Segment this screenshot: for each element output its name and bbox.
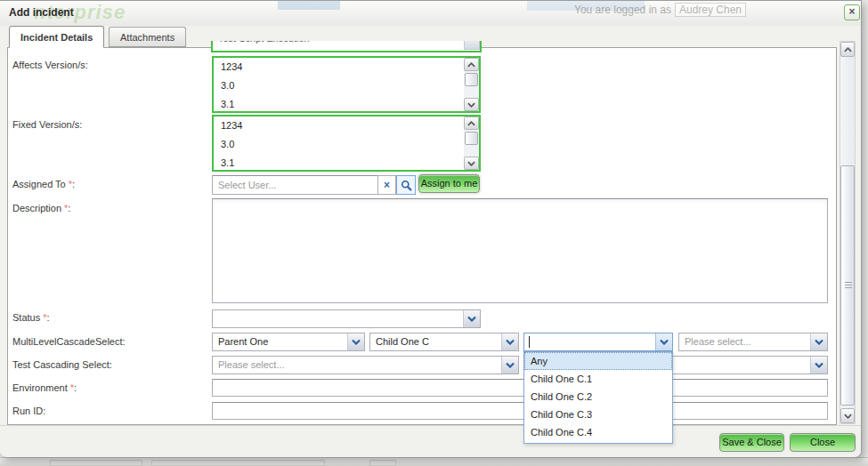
chevron-down-icon[interactable] — [347, 333, 364, 350]
status-select[interactable] — [212, 309, 481, 328]
chevron-down-icon[interactable] — [655, 333, 672, 350]
dialog-close-button[interactable]: × — [844, 4, 860, 20]
affects-version-label: Affects Version/s: — [12, 60, 88, 70]
scroll-down-icon[interactable] — [464, 98, 479, 111]
list-item[interactable]: 1234 — [214, 116, 479, 135]
cascade-select-level4[interactable]: Please select... — [678, 333, 828, 351]
environment-label: Environment *: — [12, 382, 77, 393]
issue-type-select-value: Test Script Execution — [218, 41, 310, 44]
assigned-to-label: Assigned To *: — [12, 179, 75, 189]
cascade-level2-value: Child One C — [376, 333, 429, 350]
logged-in-status: You are logged in asAudrey Chen — [574, 4, 746, 16]
cascade-select-level1[interactable]: Parent One — [212, 333, 365, 351]
scroll-down-icon[interactable] — [840, 408, 855, 423]
status-label: Status *: — [12, 312, 50, 323]
fixed-version-label: Fixed Version/s: — [12, 119, 82, 130]
background-header-fragment — [278, 1, 340, 10]
tab-attachments[interactable]: Attachments — [109, 27, 186, 47]
logged-in-user: Audrey Chen — [675, 3, 746, 17]
scrollbar-thumb[interactable] — [465, 73, 478, 86]
description-textarea[interactable] — [212, 198, 828, 303]
label-colon: : — [72, 179, 75, 189]
test-cascading-label: Test Cascading Select: — [12, 359, 112, 370]
list-item[interactable]: 3.0 — [214, 135, 479, 154]
tab-incident-details[interactable]: Incident Details — [9, 26, 104, 48]
search-user-button[interactable] — [396, 175, 416, 195]
chevron-down-icon[interactable] — [463, 310, 480, 327]
list-item[interactable]: 3.0 — [214, 76, 479, 95]
text-caret — [529, 336, 530, 348]
list-item[interactable]: 1234 — [214, 58, 479, 76]
environment-label-text: Environment — [12, 382, 70, 393]
background-toolbar-fragment — [50, 460, 142, 466]
background-toolbar-fragment — [151, 460, 325, 466]
list-item[interactable]: 3.1 — [214, 95, 479, 114]
dialog-title: Add incident — [9, 6, 74, 19]
assigned-to-label-text: Assigned To — [12, 179, 69, 189]
cascade-level4-placeholder: Please select... — [685, 333, 751, 350]
chevron-down-icon[interactable] — [501, 333, 518, 350]
dialog-titlebar[interactable]: nterprise You are logged in asAudrey Che… — [0, 1, 861, 26]
close-button[interactable]: Close — [790, 433, 856, 452]
run-id-label: Run ID: — [12, 406, 45, 416]
assign-to-me-button[interactable]: Assign to me — [418, 174, 480, 193]
affects-version-listbox[interactable]: 1234 3.0 3.1 — [212, 56, 481, 113]
option-child-one-c3[interactable]: Child One C.3 — [524, 406, 672, 423]
chevron-down-icon[interactable] — [810, 357, 827, 374]
fixed-version-listbox[interactable]: 1234 3.0 3.1 — [212, 115, 481, 172]
description-label-text: Description — [12, 203, 64, 213]
cascade-options-list: Any Child One C.1 Child One C.2 Child On… — [523, 351, 673, 444]
label-colon: : — [47, 312, 50, 323]
multilevel-cascade-label: MultiLevelCascadeSelect: — [12, 336, 126, 347]
option-child-one-c2[interactable]: Child One C.2 — [524, 388, 672, 406]
test-cascading-select1[interactable]: Please select... — [212, 356, 519, 374]
close-icon: × — [848, 5, 855, 18]
test-cascading-select1-placeholder: Please select... — [218, 357, 285, 374]
description-label: Description *: — [12, 203, 70, 213]
status-label-text: Status — [12, 312, 43, 323]
scroll-up-icon[interactable] — [464, 116, 479, 130]
logged-in-text: You are logged in as — [574, 4, 671, 16]
scrollbar-grip — [845, 282, 852, 289]
label-colon: : — [68, 203, 70, 213]
cascade-select-level2[interactable]: Child One C — [369, 333, 519, 351]
cascade-level1-value: Parent One — [218, 333, 268, 350]
dialog-scrollbar[interactable] — [840, 41, 856, 424]
list-item[interactable]: 3.1 — [214, 154, 479, 173]
label-colon: : — [74, 382, 77, 393]
clear-icon: × — [384, 179, 390, 191]
listbox-scrollbar[interactable] — [464, 116, 479, 170]
environment-input[interactable] — [212, 379, 828, 397]
scroll-up-icon[interactable] — [840, 42, 855, 57]
issue-type-select-cutoff[interactable]: Test Script Execution — [211, 41, 482, 52]
save-and-close-button[interactable]: Save & Close — [719, 433, 784, 452]
chevron-down-icon[interactable] — [810, 333, 827, 350]
chevron-down-icon[interactable] — [464, 41, 480, 50]
add-incident-dialog: nterprise You are logged in asAudrey Che… — [0, 0, 862, 457]
scrollbar-thumb[interactable] — [465, 132, 478, 145]
screen: nterprise You are logged in asAudrey Che… — [0, 0, 868, 466]
option-child-one-c1[interactable]: Child One C.1 — [524, 370, 672, 388]
run-id-input[interactable] — [212, 402, 828, 420]
option-child-one-c4[interactable]: Child One C.4 — [524, 423, 672, 441]
cascade-select-level3[interactable] — [523, 333, 673, 351]
assigned-to-input[interactable] — [212, 175, 378, 195]
background-toolbar-fragment — [369, 460, 396, 466]
scroll-down-icon[interactable] — [464, 157, 479, 170]
listbox-scrollbar[interactable] — [464, 58, 479, 111]
scrollbar-thumb[interactable] — [840, 165, 855, 406]
search-icon — [401, 180, 412, 191]
chevron-down-icon[interactable] — [501, 357, 518, 374]
scroll-up-icon[interactable] — [464, 58, 479, 71]
clear-user-button[interactable]: × — [377, 175, 396, 195]
option-any[interactable]: Any — [524, 352, 672, 370]
